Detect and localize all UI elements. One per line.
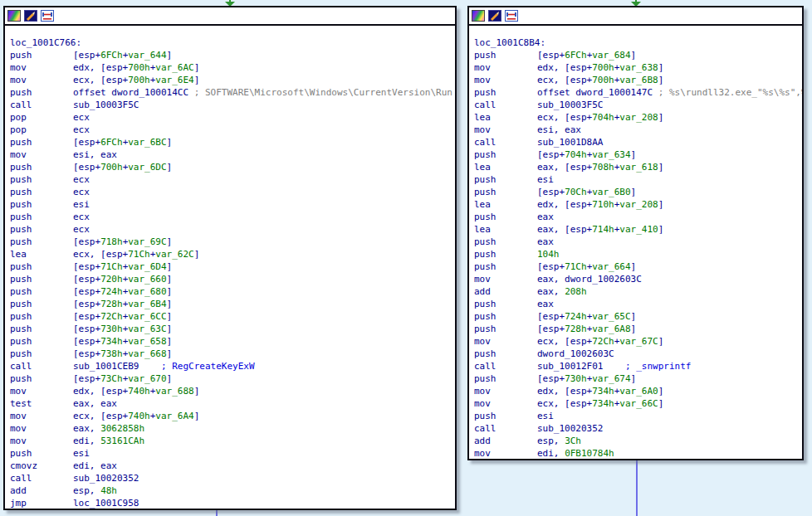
palette-icon[interactable] bbox=[472, 10, 485, 22]
asm-line[interactable]: pushecx bbox=[10, 173, 455, 186]
asm-line[interactable]: push[esp+724h+var_680] bbox=[10, 285, 455, 298]
disassembly-listing: loc_1001C766:push[esp+6FCh+var_644]moved… bbox=[5, 26, 455, 509]
asm-line[interactable]: addesp, 48h bbox=[10, 484, 455, 497]
asm-line[interactable]: callsub_10020352 bbox=[10, 472, 455, 484]
asm-line[interactable]: movesi, eax bbox=[474, 124, 802, 136]
asm-line[interactable]: popecx bbox=[10, 124, 455, 136]
asm-line[interactable]: pushdword_1002603C bbox=[474, 348, 802, 360]
asm-line[interactable]: moveax, 3062858h bbox=[10, 422, 455, 435]
asm-line[interactable]: callsub_10003F5C bbox=[10, 99, 455, 111]
asm-line[interactable]: push[esp+70Ch+var_6B0] bbox=[474, 186, 802, 198]
asm-line[interactable]: movedx, [esp+700h+var_6AC] bbox=[10, 61, 455, 74]
asm-line[interactable]: movedx, [esp+734h+var_6A0] bbox=[474, 385, 802, 397]
operands: ecx, [esp+734h+var_66C] bbox=[537, 398, 663, 409]
asm-line[interactable]: push[esp+73Ch+var_670] bbox=[10, 372, 455, 385]
asm-line[interactable]: pushoffset dword_1000147C ; %s\rundll32.… bbox=[474, 86, 802, 99]
block-label[interactable]: loc_1001C766: bbox=[10, 37, 455, 49]
asm-line[interactable]: push[esp+728h+var_6A8] bbox=[474, 323, 802, 335]
numeric-token: var_660 bbox=[128, 274, 166, 285]
asm-line[interactable]: push[esp+6FCh+var_6BC] bbox=[10, 136, 455, 148]
mnemonic: push bbox=[474, 49, 537, 61]
asm-line[interactable]: pushoffset dword_100014CC ; SOFTWARE\Mic… bbox=[10, 86, 455, 99]
asm-line[interactable]: pushesi bbox=[474, 410, 802, 422]
asm-token: [esp+ bbox=[73, 286, 100, 297]
asm-line[interactable]: movecx, [esp+700h+var_6B8] bbox=[474, 74, 802, 86]
operands: dword_1002603C bbox=[537, 348, 614, 359]
asm-line[interactable]: movecx, [esp+700h+var_6E4] bbox=[10, 74, 455, 86]
layout-frame-icon[interactable] bbox=[505, 10, 518, 22]
asm-line[interactable]: movecx, [esp+72Ch+var_67C] bbox=[474, 335, 802, 348]
asm-line[interactable]: push[esp+718h+var_69C] bbox=[10, 236, 455, 248]
asm-line[interactable]: callsub_10012F01 ; _snwprintf bbox=[474, 360, 802, 372]
asm-line[interactable]: pushecx bbox=[10, 186, 455, 198]
asm-line[interactable]: jmploc_1001C958 bbox=[10, 497, 455, 509]
asm-line[interactable]: push104h bbox=[474, 248, 802, 260]
asm-line[interactable]: leaeax, [esp+708h+var_618] bbox=[474, 161, 802, 173]
asm-line[interactable]: push[esp+728h+var_6B4] bbox=[10, 298, 455, 310]
asm-line[interactable]: push[esp+6FCh+var_684] bbox=[474, 49, 802, 61]
asm-line[interactable]: callsub_10003F5C bbox=[474, 99, 802, 111]
palette-icon[interactable] bbox=[7, 10, 21, 22]
asm-line[interactable]: push[esp+730h+var_674] bbox=[474, 372, 802, 385]
asm-line[interactable]: push[esp+720h+var_660] bbox=[10, 273, 455, 285]
asm-line[interactable]: cmovzedi, eax bbox=[10, 460, 455, 472]
asm-line[interactable]: movedi, 0FB10784h bbox=[474, 447, 802, 460]
asm-line[interactable]: push[esp+704h+var_634] bbox=[474, 148, 802, 161]
layout-frame-icon[interactable] bbox=[41, 10, 54, 22]
asm-line[interactable]: movecx, [esp+740h+var_6A4] bbox=[10, 410, 455, 422]
asm-line[interactable]: pusheax bbox=[474, 298, 802, 310]
asm-line[interactable]: addesp, 3Ch bbox=[474, 435, 802, 447]
asm-line[interactable]: movedx, [esp+700h+var_638] bbox=[474, 61, 802, 74]
block-label[interactable]: loc_1001C8B4: bbox=[474, 37, 802, 49]
asm-line[interactable]: pushesi bbox=[474, 173, 802, 186]
numeric-token: var_6D4 bbox=[128, 261, 166, 272]
edit-pencil-icon[interactable] bbox=[488, 10, 501, 22]
edit-pencil-icon[interactable] bbox=[24, 10, 37, 22]
operands: ecx, [esp+700h+var_6E4] bbox=[73, 75, 199, 85]
asm-token: ecx, [esp+ bbox=[73, 75, 128, 85]
asm-line[interactable]: push[esp+724h+var_65C] bbox=[474, 310, 802, 323]
operands: sub_1001CEB9 bbox=[73, 361, 139, 372]
asm-token: ecx, [esp+ bbox=[537, 112, 592, 123]
basic-block-loc-1001C766[interactable]: loc_1001C766:push[esp+6FCh+var_644]moved… bbox=[3, 6, 457, 510]
asm-line[interactable]: pushesi bbox=[10, 198, 455, 211]
asm-line[interactable]: movecx, [esp+734h+var_66C] bbox=[474, 397, 802, 410]
asm-line[interactable]: movedx, [esp+740h+var_688] bbox=[10, 385, 455, 397]
asm-line[interactable]: push[esp+6FCh+var_644] bbox=[10, 49, 455, 61]
asm-line[interactable]: push[esp+72Ch+var_6CC] bbox=[10, 310, 455, 323]
asm-token: ecx bbox=[73, 187, 90, 197]
asm-line[interactable]: leaecx, [esp+704h+var_208] bbox=[474, 111, 802, 124]
asm-line[interactable]: movesi, eax bbox=[10, 148, 455, 161]
asm-line[interactable]: push[esp+730h+var_63C] bbox=[10, 323, 455, 335]
operands: edx, [esp+700h+var_638] bbox=[537, 62, 663, 73]
asm-line[interactable]: leaecx, [esp+71Ch+var_62C] bbox=[10, 248, 455, 260]
asm-line[interactable]: callsub_10020352 bbox=[474, 422, 802, 435]
asm-token: ] bbox=[658, 162, 664, 173]
comment: ; _snwprintf bbox=[603, 361, 691, 372]
asm-line[interactable]: callsub_1001CEB9 ; RegCreateKeyExW bbox=[10, 360, 455, 372]
asm-line[interactable]: push[esp+738h+var_668] bbox=[10, 348, 455, 360]
basic-block-loc-1001C8B4[interactable]: loc_1001C8B4:push[esp+6FCh+var_684]moved… bbox=[467, 6, 804, 460]
asm-token: ] bbox=[167, 162, 173, 173]
asm-line[interactable]: addeax, 208h bbox=[474, 285, 802, 298]
asm-line[interactable]: leaedx, [esp+710h+var_208] bbox=[474, 198, 802, 211]
asm-line[interactable]: push[esp+734h+var_658] bbox=[10, 335, 455, 348]
asm-line[interactable]: movedi, 53161CAh bbox=[10, 435, 455, 447]
asm-line[interactable]: leaeax, [esp+714h+var_410] bbox=[474, 223, 802, 236]
block-header bbox=[5, 7, 455, 26]
asm-line[interactable]: pusheax bbox=[474, 236, 802, 248]
asm-line[interactable]: pushesi bbox=[10, 447, 455, 460]
asm-line[interactable]: push[esp+71Ch+var_6D4] bbox=[10, 260, 455, 273]
operands: ecx, [esp+71Ch+var_62C] bbox=[73, 249, 199, 260]
asm-line[interactable]: testeax, eax bbox=[10, 397, 455, 410]
asm-line[interactable]: pushecx bbox=[10, 211, 455, 223]
numeric-token: var_6B0 bbox=[592, 187, 630, 197]
asm-line[interactable]: pusheax bbox=[474, 211, 802, 223]
asm-line[interactable]: push[esp+71Ch+var_664] bbox=[474, 260, 802, 273]
asm-line[interactable]: moveax, dword_1002603C bbox=[474, 273, 802, 285]
asm-line[interactable]: popecx bbox=[10, 111, 455, 124]
graph-view-canvas[interactable]: loc_1001C766:push[esp+6FCh+var_644]moved… bbox=[0, 0, 812, 516]
asm-line[interactable]: callsub_1001D8AA bbox=[474, 136, 802, 148]
asm-line[interactable]: push[esp+700h+var_6DC] bbox=[10, 161, 455, 173]
asm-line[interactable]: pushecx bbox=[10, 223, 455, 236]
